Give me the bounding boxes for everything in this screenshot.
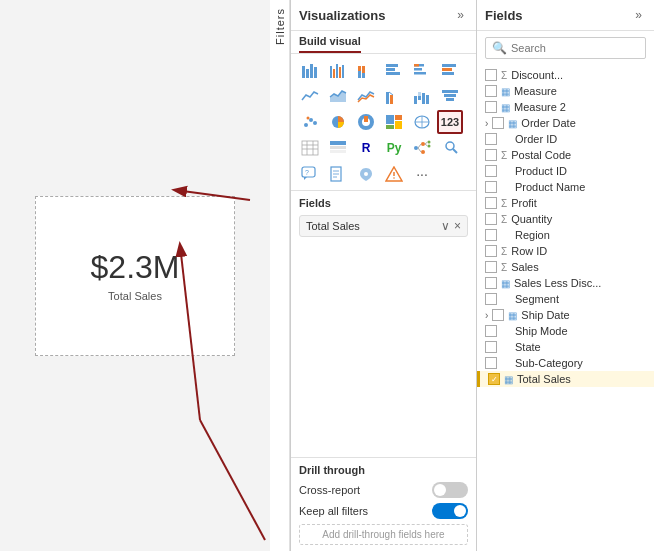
- icon-custom-visual[interactable]: [381, 162, 407, 186]
- tab-build-visual[interactable]: Build visual: [299, 35, 361, 53]
- list-item[interactable]: Region: [477, 227, 654, 243]
- icon-pie[interactable]: [325, 110, 351, 134]
- table-icon: ▦: [501, 86, 510, 97]
- list-item[interactable]: ▦ Measure 2: [477, 99, 654, 115]
- field-checkbox[interactable]: [485, 261, 497, 273]
- field-checkbox[interactable]: [492, 309, 504, 321]
- table-icon: ▦: [501, 278, 510, 289]
- field-checkbox[interactable]: [485, 325, 497, 337]
- list-item-total-sales[interactable]: ✓ ▦ Total Sales: [477, 371, 654, 387]
- field-item-label: Sub-Category: [515, 357, 646, 369]
- cross-report-toggle[interactable]: [432, 482, 468, 498]
- list-item[interactable]: Sub-Category: [477, 355, 654, 371]
- field-checkbox[interactable]: [485, 341, 497, 353]
- list-item[interactable]: State: [477, 339, 654, 355]
- icon-line[interactable]: [297, 84, 323, 108]
- icon-scatter[interactable]: [297, 110, 323, 134]
- list-item[interactable]: Segment: [477, 291, 654, 307]
- icon-table[interactable]: [325, 136, 351, 160]
- expand-icon[interactable]: ›: [485, 118, 488, 129]
- icon-bar-horiz3[interactable]: [437, 58, 463, 82]
- list-item[interactable]: Order ID: [477, 131, 654, 147]
- field-well-total-sales[interactable]: Total Sales ∨ ×: [299, 215, 468, 237]
- icon-waterfall[interactable]: [409, 84, 435, 108]
- sigma-icon: Σ: [501, 150, 507, 161]
- field-checkbox[interactable]: [485, 69, 497, 81]
- expand-icon[interactable]: ›: [485, 310, 488, 321]
- list-item[interactable]: Σ Quantity: [477, 211, 654, 227]
- icon-key-influencers[interactable]: [437, 136, 463, 160]
- icon-azure-map[interactable]: [353, 162, 379, 186]
- icon-paginated[interactable]: [325, 162, 351, 186]
- svg-rect-8: [314, 67, 317, 78]
- icon-map[interactable]: [409, 110, 435, 134]
- icon-funnel[interactable]: [437, 84, 463, 108]
- list-item[interactable]: Σ Discount...: [477, 67, 654, 83]
- icon-bar-horiz[interactable]: [381, 58, 407, 82]
- icon-ribbon[interactable]: [381, 84, 407, 108]
- table-icon: ▦: [508, 310, 517, 321]
- field-well-remove[interactable]: ×: [454, 219, 461, 233]
- field-checkbox[interactable]: [485, 165, 497, 177]
- list-item[interactable]: Product ID: [477, 163, 654, 179]
- total-sales-label: Total Sales: [108, 290, 162, 302]
- svg-point-64: [428, 145, 431, 148]
- svg-rect-12: [339, 67, 341, 78]
- field-item-label: Segment: [515, 293, 646, 305]
- field-checkbox[interactable]: [485, 149, 497, 161]
- icon-area[interactable]: [325, 84, 351, 108]
- fields-expand-button[interactable]: »: [631, 6, 646, 24]
- list-item[interactable]: Ship Mode: [477, 323, 654, 339]
- list-item[interactable]: Σ Sales: [477, 259, 654, 275]
- field-checkbox[interactable]: [485, 181, 497, 193]
- keep-filters-toggle[interactable]: [432, 503, 468, 519]
- icon-qa[interactable]: ?: [297, 162, 323, 186]
- icon-stacked-bar[interactable]: [297, 58, 323, 82]
- icon-matrix[interactable]: [297, 136, 323, 160]
- icon-card-visual[interactable]: 123: [437, 110, 463, 134]
- list-item[interactable]: Σ Postal Code: [477, 147, 654, 163]
- field-checkbox[interactable]: [492, 117, 504, 129]
- field-checkbox[interactable]: [485, 293, 497, 305]
- svg-line-4: [200, 420, 265, 540]
- field-checkbox[interactable]: [485, 101, 497, 113]
- icon-line2[interactable]: [353, 84, 379, 108]
- field-checkbox[interactable]: [485, 197, 497, 209]
- icon-donut[interactable]: [353, 110, 379, 134]
- list-item[interactable]: Product Name: [477, 179, 654, 195]
- svg-point-63: [428, 141, 431, 144]
- svg-rect-34: [422, 93, 425, 104]
- icon-stacked-bar-100[interactable]: [353, 58, 379, 82]
- search-input[interactable]: [511, 42, 639, 54]
- list-item[interactable]: ▦ Sales Less Disc...: [477, 275, 654, 291]
- field-checkbox[interactable]: [485, 357, 497, 369]
- field-checkbox[interactable]: [485, 277, 497, 289]
- total-sales-value: $2.3M: [91, 249, 180, 286]
- icon-python-visual[interactable]: Py: [381, 136, 407, 160]
- icon-bar-horiz2[interactable]: [409, 58, 435, 82]
- icon-treemap[interactable]: [381, 110, 407, 134]
- field-checkbox-checked[interactable]: ✓: [488, 373, 500, 385]
- field-checkbox[interactable]: [485, 229, 497, 241]
- field-well-dropdown[interactable]: ∨: [441, 219, 450, 233]
- svg-rect-19: [386, 68, 395, 71]
- field-checkbox[interactable]: [485, 85, 497, 97]
- field-checkbox[interactable]: [485, 213, 497, 225]
- list-item[interactable]: ▦ Measure: [477, 83, 654, 99]
- list-item[interactable]: Σ Profit: [477, 195, 654, 211]
- icon-r-visual[interactable]: R: [353, 136, 379, 160]
- list-item[interactable]: Σ Row ID: [477, 243, 654, 259]
- svg-rect-17: [362, 66, 365, 73]
- field-checkbox[interactable]: [485, 245, 497, 257]
- field-checkbox[interactable]: [485, 133, 497, 145]
- icon-clustered-bar[interactable]: [325, 58, 351, 82]
- list-item[interactable]: › ▦ Ship Date: [477, 307, 654, 323]
- list-item[interactable]: › ▦ Order Date: [477, 115, 654, 131]
- viz-expand-button[interactable]: »: [453, 6, 468, 24]
- field-well-text: Total Sales: [306, 220, 360, 232]
- field-item-label: Quantity: [511, 213, 646, 225]
- icon-decomp-tree[interactable]: [409, 136, 435, 160]
- icon-more[interactable]: ···: [409, 162, 435, 186]
- table-icon: ▦: [501, 102, 510, 113]
- visualizations-panel: Visualizations » Build visual: [290, 0, 477, 551]
